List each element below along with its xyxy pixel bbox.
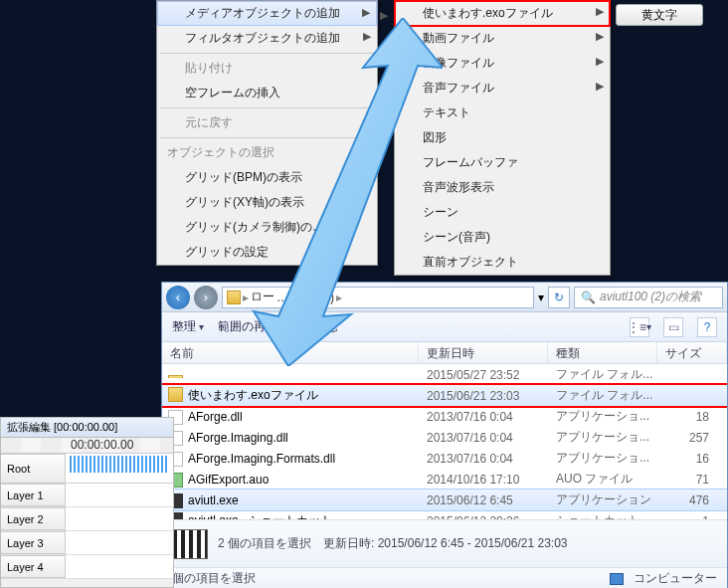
menu-item: 元に戻す (157, 110, 377, 135)
search-input[interactable]: 🔍 aviutl100 (2)の検索 (574, 287, 723, 308)
menu-item[interactable]: グリッド(カメラ制御)の… (157, 215, 377, 240)
refresh-button[interactable]: ↻ (548, 287, 570, 308)
table-row[interactable]: AForge.Imaging.Formats.dll2013/07/16 0:0… (162, 448, 727, 469)
replay-button[interactable]: 範囲の再生 (218, 318, 277, 335)
menu-item[interactable]: 音声ファイル▶ (395, 76, 610, 100)
col-size[interactable]: サイズ (657, 342, 727, 363)
col-date[interactable]: 更新日時 (419, 342, 548, 363)
address-bar: ‹ › ▸ ロー … tl100 (2) ▸ ▾ ↻ 🔍 aviutl100 (… (162, 283, 727, 312)
context-menu-main[interactable]: メディアオブジェクトの追加▶フィルタオブジェクトの追加▶貼り付け空フレームの挿入… (156, 0, 378, 266)
root-track[interactable] (66, 454, 173, 484)
layer-label[interactable]: Layer 1 (1, 484, 66, 506)
search-icon: 🔍 (581, 291, 596, 304)
toolbar: 整理 範囲の再生 書き込む ⋮≡ ▭ ? (162, 312, 727, 342)
chevron-right-icon: ▶ (362, 6, 370, 19)
timeline-title: 拡張編集 [00:00:00.00] (1, 418, 173, 438)
back-button[interactable]: ‹ (166, 286, 190, 309)
preview-pane-button[interactable]: ▭ (663, 317, 683, 337)
status-bar: 個の項目を選択 コンピューター (162, 567, 727, 588)
help-button[interactable]: ? (697, 317, 717, 337)
yellow-text-button[interactable]: 黄文字 (616, 4, 703, 26)
col-type[interactable]: 種類 (548, 342, 657, 363)
layer-label[interactable]: Layer 2 (1, 507, 66, 530)
timeline-panel: 拡張編集 [00:00:00.00] 00:00:00.00 Root Laye… (0, 417, 174, 588)
folder-icon (168, 387, 183, 402)
crumb-part[interactable]: ロー (251, 289, 274, 305)
chevron-right-icon: ▶ (596, 30, 604, 43)
view-menu[interactable]: ⋮≡ (630, 317, 649, 337)
layer-label[interactable]: Layer 3 (1, 531, 66, 554)
chevron-right-icon: ▶ (596, 55, 604, 68)
folder-icon (227, 291, 241, 304)
col-name[interactable]: 名前 (162, 342, 419, 363)
submenu-arrow: ▶ (380, 9, 388, 22)
forward-button[interactable]: › (194, 286, 218, 309)
menu-item[interactable]: グリッド(BPM)の表示 (157, 165, 377, 190)
table-row[interactable]: 使いまわす.exoファイル2015/06/21 23:03ファイル フォル... (162, 385, 727, 406)
menu-item[interactable]: 使いまわす.exoファイル▶ (395, 1, 610, 26)
file-list[interactable]: 2015/05/27 23:52ファイル フォル...使いまわす.exoファイル… (162, 364, 727, 519)
explorer-window: ‹ › ▸ ロー … tl100 (2) ▸ ▾ ↻ 🔍 aviutl100 (… (161, 282, 728, 588)
menu-item[interactable]: グリッド(XY軸)の表示 (157, 190, 377, 215)
menu-item[interactable]: シーン(音声) (395, 225, 610, 250)
table-row[interactable]: aviutl.exe - ショートカット2015/06/12 20:26ショート… (162, 510, 727, 519)
timeline-ruler[interactable]: 00:00:00.00 (1, 438, 173, 454)
root-track-label[interactable]: Root (1, 454, 66, 484)
computer-label: コンピューター (634, 570, 717, 587)
chevron-right-icon: ▶ (596, 5, 604, 18)
menu-item[interactable]: メディアオブジェクトの追加▶ (157, 1, 377, 26)
menu-item[interactable]: フレームバッファ (395, 150, 610, 175)
menu-item[interactable]: シーン (395, 200, 610, 225)
status-text: 2 個の項目を選択 更新日時: 2015/06/12 6:45 - 2015/0… (218, 535, 568, 552)
menu-item[interactable]: テキスト (395, 100, 610, 125)
menu-item[interactable]: フィルタオブジェクトの追加▶ (157, 26, 377, 51)
table-row[interactable]: AGifExport.auo2014/10/16 17:10AUO ファイル71 (162, 469, 727, 490)
layer-label[interactable]: Layer 4 (1, 555, 66, 578)
menu-item: オブジェクトの選択 (157, 140, 377, 165)
crumb-dropdown[interactable]: ▾ (538, 291, 544, 304)
menu-item: 貼り付け (157, 56, 377, 81)
menu-item[interactable]: グリッドの設定 (157, 240, 377, 265)
menu-item[interactable]: 動画ファイル▶ (395, 26, 610, 51)
table-row[interactable]: AForge.Imaging.dll2013/07/16 0:04アプリケーショ… (162, 427, 727, 448)
menu-item[interactable]: 音声波形表示 (395, 175, 610, 200)
film-icon (172, 529, 208, 559)
status-count: 個の項目を選択 (172, 570, 256, 587)
folder-icon (168, 375, 183, 378)
menu-item[interactable]: 画像ファイル▶ (395, 51, 610, 76)
menu-item[interactable]: 空フレームの挿入 (157, 81, 377, 105)
table-row[interactable]: 2015/05/27 23:52ファイル フォル... (162, 364, 727, 385)
crumb-part[interactable]: tl100 (2) (290, 291, 334, 304)
context-submenu-media[interactable]: 使いまわす.exoファイル▶動画ファイル▶画像ファイル▶音声ファイル▶テキスト図… (394, 0, 611, 276)
breadcrumb[interactable]: ▸ ロー … tl100 (2) ▸ (222, 287, 534, 308)
write-button[interactable]: 書き込む (291, 318, 339, 335)
chevron-right-icon: ▶ (596, 80, 604, 93)
table-row[interactable]: AForge.dll2013/07/16 0:04アプリケーショ...18 (162, 406, 727, 427)
chevron-right-icon: ▶ (363, 30, 371, 43)
column-headers[interactable]: 名前 更新日時 種類 サイズ (162, 342, 727, 364)
details-pane: 2 個の項目を選択 更新日時: 2015/06/12 6:45 - 2015/0… (162, 519, 727, 567)
menu-item[interactable]: 直前オブジェクト (395, 250, 610, 275)
computer-icon (610, 573, 624, 585)
table-row[interactable]: aviutl.exe2015/06/12 6:45アプリケーション476 (162, 490, 727, 510)
organize-menu[interactable]: 整理 (172, 318, 204, 335)
menu-item[interactable]: 図形 (395, 125, 610, 150)
